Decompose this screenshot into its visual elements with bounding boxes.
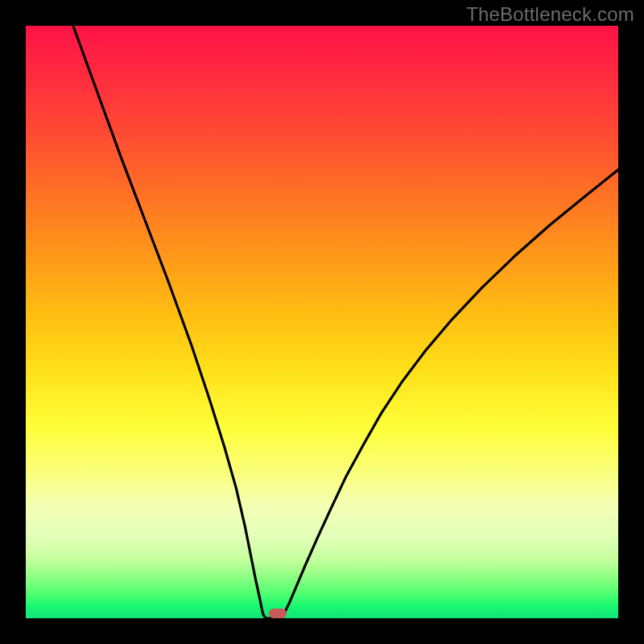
- watermark-text: TheBottleneck.com: [466, 3, 634, 26]
- min-marker: [269, 609, 287, 618]
- bottleneck-curve: [26, 26, 618, 618]
- plot-area: [26, 26, 618, 618]
- chart-frame: TheBottleneck.com: [0, 0, 644, 644]
